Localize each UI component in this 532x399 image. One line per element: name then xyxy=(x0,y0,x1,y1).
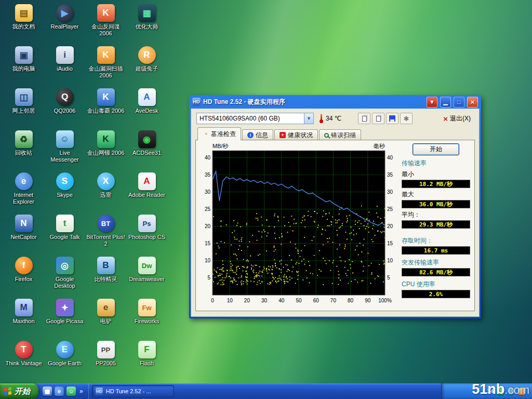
desktop-icon-kingsoft-antispy[interactable]: K金山反间谍 2006 xyxy=(85,2,126,44)
desktop-icon-label: 优化大师 xyxy=(136,23,158,30)
desktop-icon-dreamweaver[interactable]: DwDreamweaver xyxy=(126,255,167,297)
desktop-icon-network-places[interactable]: ◫网上邻居 xyxy=(3,86,44,128)
desktop-icon-bittorrent-plus[interactable]: BTBitTorrent Plus! 2 xyxy=(85,212,126,255)
desktop-icon-avedesk[interactable]: AAveDesk xyxy=(126,86,167,128)
desktop-icon-super-rabbit[interactable]: R超级兔子 xyxy=(126,44,167,86)
desktop-icon-label: RealPlayer xyxy=(51,23,79,30)
desktop-icon-label: PP2005 xyxy=(96,360,116,367)
desktop-icon-youhua-dashi[interactable]: ▦优化大师 xyxy=(126,2,167,44)
benchmark-chart: 5510101515202025253030353540400102030405… xyxy=(196,140,401,311)
start-benchmark-button[interactable]: 开始 xyxy=(413,143,459,155)
titlebar[interactable]: HD HD Tune 2.52 - 硬盘实用程序 ▼ ▁ □ × xyxy=(191,95,480,109)
kingsoft-scan-icon: K xyxy=(97,46,115,64)
svg-text:15: 15 xyxy=(387,241,393,246)
desktop-icon-xunlei[interactable]: X迅雷 xyxy=(85,170,126,212)
desktop-icon-acdsee31[interactable]: ◉ACDSee31 xyxy=(126,128,167,170)
svg-text:35: 35 xyxy=(205,172,211,178)
exit-button[interactable]: × 退出(X) xyxy=(439,113,475,124)
red-arrow-button[interactable]: ▼ xyxy=(427,97,437,108)
min-value: 18.2 MB/秒 xyxy=(402,180,470,188)
desktop-icon-netcaptor[interactable]: NNetCaptor xyxy=(3,212,44,255)
copy-text-button[interactable] xyxy=(372,113,384,124)
desktop-icon-qq2006[interactable]: QQQ2006 xyxy=(44,86,85,128)
desktop-icon-live-messenger[interactable]: ☺Live Messenger xyxy=(44,128,85,170)
drive-select[interactable]: HTS541060G9SA00 (60 GB) ▼ xyxy=(196,113,314,124)
desktop-icon-google-desktop[interactable]: ◎Google Desktop xyxy=(44,255,85,297)
desktop-icon-photoshop-cs[interactable]: PsPhotoshop CS xyxy=(126,212,167,255)
desktop-icon-recycle-bin[interactable]: ♻回收站 xyxy=(3,128,44,170)
tab-health[interactable]: + 健康状况 xyxy=(274,129,318,140)
avedesk-icon: A xyxy=(138,88,156,106)
tab-benchmark[interactable]: ◔ 基准检查 xyxy=(197,127,241,140)
close-button[interactable]: × xyxy=(467,97,478,108)
desktop-icon-realplayer[interactable]: ▶RealPlayer xyxy=(44,2,85,44)
desktop-icon-pp2005[interactable]: PPPP2005 xyxy=(85,339,126,381)
svg-text:5: 5 xyxy=(387,275,390,281)
hdtune-window: HD HD Tune 2.52 - 硬盘实用程序 ▼ ▁ □ × HTS5410… xyxy=(189,95,481,318)
svg-text:25: 25 xyxy=(387,206,393,212)
avg-label: 平均： xyxy=(402,210,470,219)
svg-text:80: 80 xyxy=(348,298,354,303)
maxthon-icon: M xyxy=(15,299,33,316)
svg-text:10: 10 xyxy=(205,258,211,263)
svg-text:25: 25 xyxy=(205,206,211,212)
temperature-value: 34 ℃ xyxy=(326,115,341,122)
desktop-icon-label: Skype xyxy=(57,192,73,198)
minimize-button[interactable]: ▁ xyxy=(440,97,451,108)
desktop-icon-google-earth[interactable]: EGoogle Earth xyxy=(44,339,85,381)
quick-launch-chevron-icon[interactable]: » xyxy=(78,388,84,395)
desktop-icon-think-vantage[interactable]: TThink Vantage xyxy=(3,339,44,381)
desktop-icon-iaudio[interactable]: iiAudio xyxy=(44,44,85,86)
recycle-bin-icon: ♻ xyxy=(15,130,33,148)
burst-rate-value: 82.6 MB/秒 xyxy=(402,268,470,276)
desktop-icon-label: Fireworks xyxy=(135,318,159,325)
start-menu-button[interactable]: 开始 xyxy=(0,383,38,399)
messenger-icon[interactable]: ☺ xyxy=(66,387,76,396)
youhua-dashi-icon: ▦ xyxy=(138,4,156,22)
copy-image-button[interactable] xyxy=(358,113,370,124)
desktop-icon-firefox[interactable]: fFirefox xyxy=(3,255,44,297)
desktop-icon-my-documents[interactable]: ▤我的文档 xyxy=(3,2,44,44)
desktop-icon-label: 超级兔子 xyxy=(136,65,158,72)
desktop-icon-kingsoft-scan[interactable]: K金山漏洞扫描 2006 xyxy=(85,44,126,86)
google-desktop-icon: ◎ xyxy=(56,257,74,274)
chevron-down-icon[interactable]: ▼ xyxy=(304,113,313,124)
taskbar-task-hdtune[interactable]: HD HD Tune 2.52 - ... xyxy=(92,385,174,397)
desktop-icon-label: Flash xyxy=(140,360,154,367)
google-earth-icon: E xyxy=(56,341,74,358)
temperature-indicator: 34 ℃ xyxy=(319,114,341,123)
window-title: HD Tune 2.52 - 硬盘实用程序 xyxy=(203,98,285,107)
exit-label: 退出(X) xyxy=(450,114,471,123)
toolbar: HTS541060G9SA00 (60 GB) ▼ 34 ℃ ✱ × 退出(X) xyxy=(191,109,479,126)
info-icon: i xyxy=(247,132,254,138)
desktop-icon-adobe-reader[interactable]: AAdobe Reader xyxy=(126,170,167,212)
desktop-icon-label: BitTorrent Plus! 2 xyxy=(86,234,126,247)
svg-text:20: 20 xyxy=(387,223,393,229)
task-label: HD Tune 2.52 - ... xyxy=(106,388,151,394)
window-client: HTS541060G9SA00 (60 GB) ▼ 34 ℃ ✱ × 退出(X)… xyxy=(191,109,480,317)
tab-error-scan[interactable]: 错误扫描 xyxy=(319,129,361,140)
max-label: 最大 xyxy=(402,190,470,199)
desktop-icon-google-picasa[interactable]: ✦Google Picasa xyxy=(44,297,85,339)
svg-text:70: 70 xyxy=(330,298,337,303)
desktop-icon-emule[interactable]: e电驴 xyxy=(85,297,126,339)
save-screenshot-button[interactable] xyxy=(386,113,398,124)
desktop-icon-maxthon[interactable]: MMaxthon xyxy=(3,297,44,339)
desktop-icon-kingsoft-duba[interactable]: K金山毒霸 2006 xyxy=(85,86,126,128)
desktop-icon-my-computer[interactable]: ▣我的电脑 xyxy=(3,44,44,86)
browser-icon[interactable]: e xyxy=(55,387,64,396)
desktop-icon-fireworks[interactable]: FwFireworks xyxy=(126,297,167,339)
desktop-icon-internet-explorer[interactable]: eInternet Explorer xyxy=(3,170,44,212)
bittorrent-plus-icon: BT xyxy=(97,215,115,232)
desktop-icon-skype[interactable]: SSkype xyxy=(44,170,85,212)
desktop-icon-bitspirit[interactable]: B比特精灵 xyxy=(85,255,126,297)
options-button[interactable]: ✱ xyxy=(400,113,413,124)
svg-text:90: 90 xyxy=(365,298,371,303)
desktop-icon-google-talk[interactable]: tGoogle Talk xyxy=(44,212,85,255)
maximize-button[interactable]: □ xyxy=(454,97,464,108)
tab-info[interactable]: i 信息 xyxy=(242,129,273,140)
desktop-icon-kingsoft-netguard[interactable]: K金山网镖 2006 xyxy=(85,128,126,170)
show-desktop-icon[interactable]: ▦ xyxy=(43,387,52,396)
tab-benchmark-label: 基准检查 xyxy=(211,130,236,139)
desktop-icon-flash[interactable]: FFlash xyxy=(126,339,167,381)
